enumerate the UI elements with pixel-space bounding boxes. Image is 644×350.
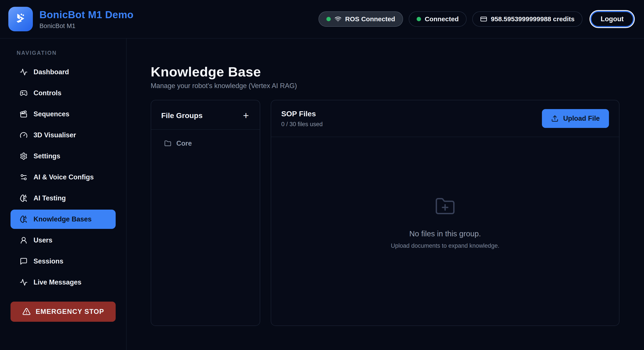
sidebar-item-label: Dashboard: [34, 68, 69, 76]
sidebar-item-label: AI Testing: [34, 194, 66, 202]
credit-card-icon: [480, 16, 487, 22]
connection-status-badge: Connected: [409, 12, 466, 27]
file-group-name: Core: [176, 140, 192, 148]
app-title: BonicBot M1 Demo: [40, 9, 134, 20]
panels: File Groups + Core SOP Files 0 / 30 file…: [151, 100, 620, 326]
folder-icon: [164, 140, 171, 147]
sop-files-header-text: SOP Files 0 / 30 files used: [281, 110, 323, 128]
file-groups-header: File Groups +: [151, 100, 260, 130]
upload-file-button[interactable]: Upload File: [542, 109, 609, 128]
wifi-icon: [334, 16, 342, 22]
sidebar-item-label: Controls: [34, 89, 61, 97]
sidebar-item-label: Sequences: [34, 110, 70, 118]
bonicbot-logo-icon: [8, 7, 33, 31]
main-content: Knowledge Base Manage your robot's knowl…: [126, 38, 644, 350]
sidebar-item-ai-voice-configs[interactable]: AI & Voice Configs: [10, 168, 116, 187]
activity-icon: [20, 68, 28, 76]
sidebar-item-label: Sessions: [34, 257, 63, 265]
sidebar-item-knowledge-bases[interactable]: Knowledge Bases: [10, 210, 116, 229]
brand: BonicBot M1 Demo BonicBot M1: [8, 7, 134, 31]
credits-badge: 958.5953999999988 credits: [472, 12, 582, 27]
folder-plus-icon: [434, 196, 456, 217]
sidebar-item-label: AI & Voice Configs: [34, 173, 94, 181]
nav-list: DashboardControlsSequences3D VisualiserS…: [0, 62, 126, 292]
gamepad-icon: [20, 89, 28, 97]
navigation-section-label: NAVIGATION: [17, 50, 126, 56]
sidebar-item-3d-visualiser[interactable]: 3D Visualiser: [10, 126, 116, 145]
file-groups-list: Core: [151, 130, 260, 157]
sidebar-item-users[interactable]: Users: [10, 231, 116, 250]
sidebar-item-label: Live Messages: [34, 278, 82, 286]
app-header: BonicBot M1 Demo BonicBot M1 ROS Connect…: [0, 0, 644, 38]
gear-icon: [20, 152, 28, 160]
sidebar-item-label: 3D Visualiser: [34, 131, 76, 139]
sidebar-item-sessions[interactable]: Sessions: [10, 252, 116, 271]
warning-triangle-icon: [22, 307, 31, 316]
empty-state-subtitle: Upload documents to expand knowledge.: [391, 242, 499, 249]
brain-circuit-icon: [20, 215, 28, 223]
sidebar-item-controls[interactable]: Controls: [10, 84, 116, 103]
sop-empty-state: No files in this group. Upload documents…: [271, 128, 619, 317]
sliders-icon: [20, 173, 28, 181]
emergency-stop-button[interactable]: EMERGENCY STOP: [10, 302, 116, 322]
sidebar-item-dashboard[interactable]: Dashboard: [10, 62, 116, 82]
page-title: Knowledge Base: [151, 64, 620, 79]
message-square-icon: [20, 257, 28, 265]
sidebar-item-ai-testing[interactable]: AI Testing: [10, 188, 116, 208]
activity-icon: [20, 278, 28, 286]
sop-files-usage: 0 / 30 files used: [281, 121, 323, 128]
sidebar: NAVIGATION DashboardControlsSequences3D …: [0, 38, 126, 350]
sidebar-item-settings[interactable]: Settings: [10, 146, 116, 166]
sidebar-item-label: Settings: [34, 152, 60, 160]
file-groups-panel: File Groups + Core: [151, 100, 260, 326]
sop-files-panel: SOP Files 0 / 30 files used Upload File …: [271, 100, 620, 326]
file-group-row-core[interactable]: Core: [156, 135, 255, 152]
sidebar-item-label: Users: [34, 236, 52, 244]
file-groups-title: File Groups: [161, 111, 202, 120]
app-subtitle: BonicBot M1: [40, 22, 134, 30]
logout-button[interactable]: Logout: [590, 11, 634, 27]
gauge-icon: [20, 131, 28, 139]
add-group-button[interactable]: +: [242, 110, 250, 120]
connection-status-label: Connected: [425, 15, 459, 23]
clapperboard-icon: [20, 110, 28, 118]
ros-status-badge: ROS Connected: [318, 12, 403, 27]
credits-label: 958.5953999999988 credits: [491, 15, 574, 23]
brand-text: BonicBot M1 Demo BonicBot M1: [40, 9, 134, 30]
sidebar-item-live-messages[interactable]: Live Messages: [10, 273, 116, 292]
status-dot-icon: [417, 17, 421, 21]
status-dot-icon: [326, 17, 331, 21]
upload-file-label: Upload File: [563, 114, 600, 122]
ros-status-label: ROS Connected: [345, 15, 395, 23]
upload-icon: [551, 115, 558, 122]
header-status-area: ROS Connected Connected 958.595399999998…: [318, 11, 636, 27]
brain-circuit-icon: [20, 194, 28, 202]
emergency-stop-label: EMERGENCY STOP: [36, 308, 104, 316]
sop-files-title: SOP Files: [281, 110, 323, 118]
empty-state-title: No files in this group.: [410, 229, 481, 238]
page-subtitle: Manage your robot's knowledge (Vertex AI…: [151, 82, 620, 90]
sidebar-item-sequences[interactable]: Sequences: [10, 104, 116, 124]
user-icon: [20, 236, 28, 244]
sidebar-item-label: Knowledge Bases: [34, 215, 92, 223]
